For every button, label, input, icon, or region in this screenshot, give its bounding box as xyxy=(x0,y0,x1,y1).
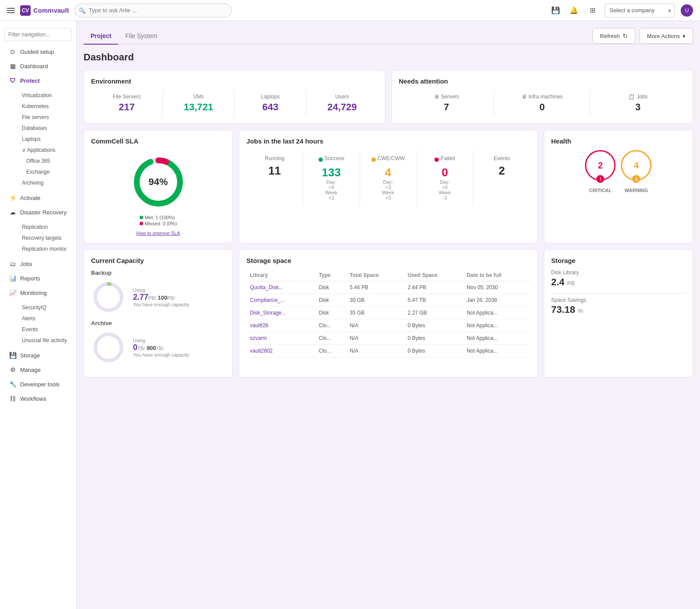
sla-improve-link[interactable]: How to improve SLA xyxy=(136,231,180,236)
storage-type-cell: Disk xyxy=(315,294,346,307)
needs-stat-servers[interactable]: 🖥 Servers 7 xyxy=(399,90,495,116)
success-indicator: Success xyxy=(307,155,356,164)
needs-stat-infra[interactable]: 🖥 Infra machines 0 xyxy=(494,90,590,116)
refresh-button[interactable]: Refresh ↻ xyxy=(592,28,635,44)
sidebar-sub-laptops[interactable]: Laptops xyxy=(18,134,76,144)
jobs24-failed-label: Failed xyxy=(441,155,455,161)
sidebar-sub-replication-monitor[interactable]: Replication monitor xyxy=(18,244,76,254)
archive-gauge: Using 0TB/ 800TB/ You have enough capaci… xyxy=(91,330,225,365)
sidebar-item-label: Disaster Recovery xyxy=(20,209,66,216)
sidebar-sub-file-servers[interactable]: File servers xyxy=(18,112,76,122)
sidebar-item-label: Protect xyxy=(20,77,40,84)
more-actions-button[interactable]: More Actions ▾ xyxy=(640,28,693,44)
sidebar-sub-alerts[interactable]: Alerts xyxy=(18,313,76,324)
storage-date-cell: Jan 26, 2038 xyxy=(463,294,530,307)
jobs24-cwe[interactable]: CWE/CWW 4 Day: +3 Week +3 xyxy=(360,150,417,206)
missed-dot xyxy=(140,222,143,225)
sidebar-item-label: Guided setup xyxy=(20,49,54,55)
backup-using-label: Using xyxy=(133,287,189,293)
storage-library-cell[interactable]: vault2802 xyxy=(246,345,315,357)
env-stat-users[interactable]: Users 24,729 xyxy=(306,90,378,116)
sidebar-item-guided-setup[interactable]: ⊙ Guided setup xyxy=(3,45,74,59)
hamburger-menu[interactable] xyxy=(7,8,15,13)
sidebar-item-manage[interactable]: ⚙ Manage xyxy=(3,363,74,377)
jobs24-events[interactable]: Events 2 xyxy=(473,150,530,206)
sidebar-item-reports[interactable]: 📊 Reports xyxy=(3,271,74,285)
jobs24-success[interactable]: Success 133 Day: +4 Week +2 xyxy=(303,150,360,206)
tab-filesystem[interactable]: File System xyxy=(118,28,164,45)
storage-type-cell: Clo... xyxy=(315,332,346,345)
storage-table-head: Library Type Total Space Used Space Date… xyxy=(246,270,530,281)
storage-space-title: Storage space xyxy=(246,257,530,264)
grid-icon[interactable]: ⊞ xyxy=(586,4,598,17)
storage-space-card: Storage space Library Type Total Space U… xyxy=(239,249,538,378)
storage-library-cell[interactable]: szvarm xyxy=(246,332,315,345)
health-critical[interactable]: 2 ! CRITICAL xyxy=(585,150,616,193)
search-wrapper: 🔍 xyxy=(74,4,232,18)
protect-icon: 🛡 xyxy=(9,77,17,84)
sidebar-item-storage[interactable]: 💾 Storage xyxy=(3,348,74,362)
sidebar-sub-databases[interactable]: Databases xyxy=(18,123,76,133)
sidebar-sub-archiving[interactable]: Archiving xyxy=(18,178,76,188)
monitoring-submenu: SecurityIQ Alerts Events Unusual file ac… xyxy=(0,300,76,348)
health-card: Health 2 ! CRITICAL 4 ⚠ WARNING xyxy=(544,130,693,243)
sidebar-item-developer-tools[interactable]: 🔧 Developer tools xyxy=(3,377,74,391)
storage-library-cell[interactable]: Quotta_Disk... xyxy=(246,281,315,294)
sidebar-item-jobs[interactable]: 🗂 Jobs xyxy=(3,257,74,271)
needs-stat-value: 3 xyxy=(590,102,686,113)
env-stat-laptops[interactable]: Laptops 643 xyxy=(234,90,306,116)
monitoring-icon: 📈 xyxy=(9,289,17,297)
sidebar-item-label: Workflows xyxy=(20,396,46,402)
jobs24-title: Jobs in the last 24 hours xyxy=(246,137,530,145)
sidebar-item-disaster-recovery[interactable]: ☁ Disaster Recovery xyxy=(3,205,74,219)
sidebar-sub-recovery-targets[interactable]: Recovery targets xyxy=(18,233,76,243)
storage-total-cell: N/A xyxy=(346,345,404,357)
sidebar-sub-virtualization[interactable]: Virtualization xyxy=(18,90,76,101)
sidebar-sub-replication[interactable]: Replication xyxy=(18,222,76,232)
health-critical-badge: ! xyxy=(596,175,604,183)
sla-donut: 94% xyxy=(130,154,187,210)
sidebar-sub-kubernetes[interactable]: Kubernetes xyxy=(18,101,76,112)
sidebar-sub-events[interactable]: Events xyxy=(18,324,76,335)
jobs24-running[interactable]: Running 11 xyxy=(246,150,303,206)
env-stat-file-servers[interactable]: File Servers 217 xyxy=(91,90,163,116)
search-input[interactable] xyxy=(74,4,232,18)
health-warning-badge: ⚠ xyxy=(632,175,640,183)
sidebar-sub-unusual-file-activity[interactable]: Unusual file activity xyxy=(18,335,76,346)
bell-icon[interactable]: 🔔 xyxy=(568,4,580,17)
backup-gauge-ring xyxy=(91,280,126,315)
tab-project[interactable]: Project xyxy=(84,28,118,45)
save-icon[interactable]: 💾 xyxy=(550,4,562,17)
sidebar-sub-exchange[interactable]: Exchange xyxy=(18,167,76,177)
sidebar-item-activate[interactable]: ⚡ Activate xyxy=(3,191,74,205)
company-select[interactable]: Select a company xyxy=(605,4,675,18)
needs-stat-jobs[interactable]: 📋 Jobs 3 xyxy=(590,90,686,116)
storage-total-cell: 35 GB xyxy=(346,307,404,319)
sidebar-filter-input[interactable] xyxy=(4,28,72,41)
storage-library-cell[interactable]: Disk_Storage... xyxy=(246,307,315,319)
storage-library-cell[interactable]: Compliance_... xyxy=(246,294,315,307)
sidebar-item-protect[interactable]: 🛡 Protect xyxy=(3,74,74,88)
storage-used-cell: 0 Bytes xyxy=(404,345,463,357)
storage-used-cell: 2.27 GB xyxy=(404,307,463,319)
sidebar-item-label: Monitoring xyxy=(20,290,47,296)
sidebar-item-workflows[interactable]: ⛓ Workflows xyxy=(3,392,74,406)
sidebar-item-dashboard[interactable]: ▦ Dashboard xyxy=(3,59,74,73)
health-critical-label: CRITICAL xyxy=(589,188,612,193)
env-stat-value: 24,729 xyxy=(306,102,378,113)
user-avatar[interactable]: U xyxy=(681,4,693,17)
capacity-title: Current Capacity xyxy=(91,257,225,264)
sidebar-item-monitoring[interactable]: 📈 Monitoring xyxy=(3,286,74,300)
jobs24-failed[interactable]: Failed 0 Day: +0 Week -3 xyxy=(416,150,473,206)
archive-section: Archive Using 0TB/ xyxy=(91,320,225,365)
health-title: Health xyxy=(551,137,686,145)
sidebar-sub-office365[interactable]: Office 365 xyxy=(18,156,76,166)
sidebar-sub-applications[interactable]: ∨ Applications xyxy=(18,145,76,155)
storage-library-cell[interactable]: vaultf28 xyxy=(246,319,315,332)
env-stat-vms[interactable]: VMs 13,721 xyxy=(163,90,234,116)
sidebar-sub-securityiq[interactable]: SecurityIQ xyxy=(18,302,76,313)
env-stat-label: Users xyxy=(306,94,378,100)
health-warning[interactable]: 4 ⚠ WARNING xyxy=(621,150,651,193)
env-stat-value: 217 xyxy=(91,102,162,113)
storage-type-cell: Disk xyxy=(315,281,346,294)
